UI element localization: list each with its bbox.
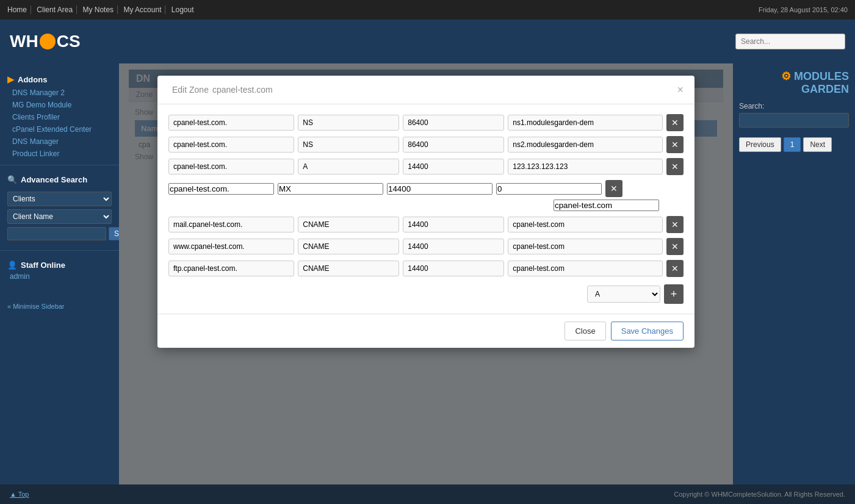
advanced-search-label: Advanced Search bbox=[21, 175, 87, 184]
sidebar-search-section: Clients Client Name Search bbox=[0, 187, 119, 245]
nav-my-account[interactable]: My Account bbox=[123, 5, 165, 14]
sidebar-item-dns-manager[interactable]: DNS Manager bbox=[0, 135, 119, 148]
dns-row-cname-www: ✕ bbox=[168, 238, 684, 255]
dns-field-type-mx[interactable] bbox=[278, 183, 383, 195]
copyright: Copyright © WHMCompleteSolution. All Rig… bbox=[674, 491, 845, 498]
logo-gear-icon: ⚙ bbox=[40, 34, 56, 49]
dns-field-type-5[interactable] bbox=[298, 239, 399, 254]
dns-field-value-6[interactable] bbox=[508, 261, 663, 276]
dns-field-ttl-1[interactable] bbox=[403, 115, 504, 131]
dns-row-cname-ftp: ✕ bbox=[168, 260, 684, 277]
logo-garden: GARDEN bbox=[801, 83, 849, 95]
sidebar-divider-2 bbox=[0, 250, 119, 251]
mx-row-1: ✕ bbox=[168, 180, 684, 197]
logo-modules: MODULES bbox=[794, 70, 849, 82]
dns-field-ttl-4[interactable] bbox=[403, 217, 504, 232]
search-icon: 🔍 bbox=[7, 175, 17, 184]
search-input-right bbox=[739, 113, 849, 128]
modal-title: Edit Zonecpanel-test.com bbox=[168, 84, 273, 95]
nav-my-notes[interactable]: My Notes bbox=[82, 5, 118, 14]
dns-row-mx: ✕ bbox=[168, 180, 684, 211]
modal-zone-name: cpanel-test.com bbox=[212, 85, 273, 95]
header-search-input[interactable] bbox=[735, 34, 845, 49]
logo: WH ⚙ CS bbox=[10, 32, 81, 51]
search-dropdown-2[interactable]: Client Name bbox=[7, 209, 112, 224]
dns-row-ns-2: ✕ bbox=[168, 136, 684, 153]
dns-delete-btn-3[interactable]: ✕ bbox=[666, 158, 684, 175]
sidebar-item-dns-manager-2[interactable]: DNS Manager 2 bbox=[0, 87, 119, 99]
dns-field-priority-mx[interactable] bbox=[496, 183, 602, 195]
search-label: Search: bbox=[739, 102, 849, 110]
modal-overlay: Edit Zonecpanel-test.com × ✕ bbox=[119, 63, 733, 484]
dns-field-ttl-mx[interactable] bbox=[387, 183, 492, 195]
minimise-sidebar-link[interactable]: « Minimise Sidebar bbox=[0, 298, 119, 315]
dns-field-ttl-3[interactable] bbox=[403, 159, 504, 175]
next-button[interactable]: Next bbox=[803, 137, 832, 152]
dns-delete-btn-6[interactable]: ✕ bbox=[666, 260, 684, 277]
sidebar-search-row: Search bbox=[7, 227, 112, 240]
modal-header: Edit Zonecpanel-test.com × bbox=[157, 76, 694, 104]
nav-home[interactable]: Home bbox=[7, 5, 31, 14]
right-search-input[interactable] bbox=[739, 113, 849, 128]
dns-field-type-2[interactable] bbox=[298, 137, 399, 153]
dns-field-value-5[interactable] bbox=[508, 239, 663, 254]
datetime: Friday, 28 August 2015, 02:40 bbox=[759, 6, 848, 13]
dns-field-name-6[interactable] bbox=[168, 261, 294, 276]
dns-row-a: ✕ bbox=[168, 158, 684, 175]
page-1-button[interactable]: 1 bbox=[784, 137, 801, 152]
dns-field-value-1[interactable] bbox=[508, 115, 663, 131]
dns-field-name-mx[interactable] bbox=[168, 183, 274, 195]
sidebar-item-mg-demo-module[interactable]: MG Demo Module bbox=[0, 99, 119, 111]
dns-field-ttl-5[interactable] bbox=[403, 239, 504, 254]
sidebar-item-cpanel-extended[interactable]: cPanel Extended Center bbox=[0, 123, 119, 135]
nav-client-area[interactable]: Client Area bbox=[37, 5, 77, 14]
logo-text-cs: CS bbox=[57, 32, 81, 51]
dns-field-name-1[interactable] bbox=[168, 115, 294, 131]
edit-zone-modal: Edit Zonecpanel-test.com × ✕ bbox=[157, 76, 694, 348]
dns-delete-btn-mx[interactable]: ✕ bbox=[605, 180, 622, 197]
nav-logout[interactable]: Logout bbox=[171, 5, 198, 14]
dns-row-ns-1: ✕ bbox=[168, 114, 684, 131]
admin-name: admin bbox=[7, 272, 112, 281]
search-dropdown-1[interactable]: Clients bbox=[7, 192, 112, 206]
sidebar-item-product-linker[interactable]: Product Linker bbox=[0, 148, 119, 160]
dns-field-type-1[interactable] bbox=[298, 115, 399, 131]
dns-delete-btn-1[interactable]: ✕ bbox=[666, 114, 684, 131]
modal-body: ✕ ✕ bbox=[157, 104, 694, 314]
dns-field-type-6[interactable] bbox=[298, 261, 399, 276]
header: WH ⚙ CS bbox=[0, 20, 855, 63]
dns-field-value-mx[interactable] bbox=[554, 200, 659, 211]
dns-field-ttl-6[interactable] bbox=[403, 261, 504, 276]
logo-m-icon: ⚙ bbox=[781, 70, 791, 82]
dns-field-type-3[interactable] bbox=[298, 159, 399, 175]
pagination-row: Previous 1 Next bbox=[739, 137, 849, 152]
dns-field-type-4[interactable] bbox=[298, 217, 399, 232]
dns-field-value-3[interactable] bbox=[508, 159, 663, 175]
top-link[interactable]: ▲ Top bbox=[10, 491, 29, 498]
footer: ▲ Top Copyright © WHMCompleteSolution. A… bbox=[0, 484, 855, 504]
add-type-select[interactable]: A AAAA CNAME MX NS TXT SRV bbox=[587, 286, 660, 303]
dns-field-ttl-2[interactable] bbox=[403, 137, 504, 153]
dns-delete-btn-5[interactable]: ✕ bbox=[666, 238, 684, 255]
dns-delete-btn-4[interactable]: ✕ bbox=[666, 216, 684, 233]
dns-field-value-4[interactable] bbox=[508, 217, 663, 232]
mx-row-2 bbox=[168, 200, 684, 211]
sidebar-search-input[interactable] bbox=[7, 227, 106, 240]
dns-field-name-3[interactable] bbox=[168, 159, 294, 175]
top-nav: Home Client Area My Notes My Account Log… bbox=[0, 0, 855, 20]
dns-field-name-5[interactable] bbox=[168, 239, 294, 254]
add-record-button[interactable]: + bbox=[664, 284, 684, 304]
modal-close-button[interactable]: × bbox=[677, 84, 684, 95]
dns-field-name-2[interactable] bbox=[168, 137, 294, 153]
sidebar-item-clients-profiler[interactable]: Clients Profiler bbox=[0, 111, 119, 123]
dns-field-name-4[interactable] bbox=[168, 217, 294, 232]
sidebar-divider-1 bbox=[0, 165, 119, 165]
previous-button[interactable]: Previous bbox=[739, 137, 781, 152]
dns-field-value-2[interactable] bbox=[508, 137, 663, 153]
sidebar: ▶ Addons DNS Manager 2 MG Demo Module Cl… bbox=[0, 63, 119, 484]
logo-text-wh: WH bbox=[10, 32, 38, 51]
dns-delete-btn-2[interactable]: ✕ bbox=[666, 136, 684, 153]
close-button[interactable]: Close bbox=[565, 322, 605, 340]
save-changes-button[interactable]: Save Changes bbox=[611, 322, 684, 340]
header-search bbox=[735, 34, 845, 49]
